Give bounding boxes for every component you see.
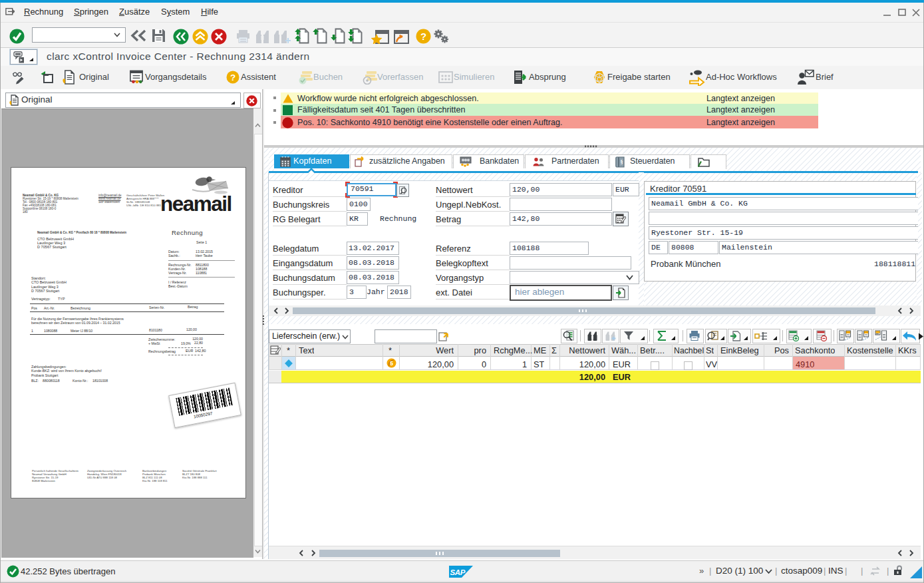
svg-text:?: ? xyxy=(230,73,235,83)
svg-text:SAP: SAP xyxy=(450,568,466,576)
svg-text:5: 5 xyxy=(390,360,393,367)
svg-text:?: ? xyxy=(420,31,426,42)
svg-text:§: § xyxy=(621,159,623,165)
